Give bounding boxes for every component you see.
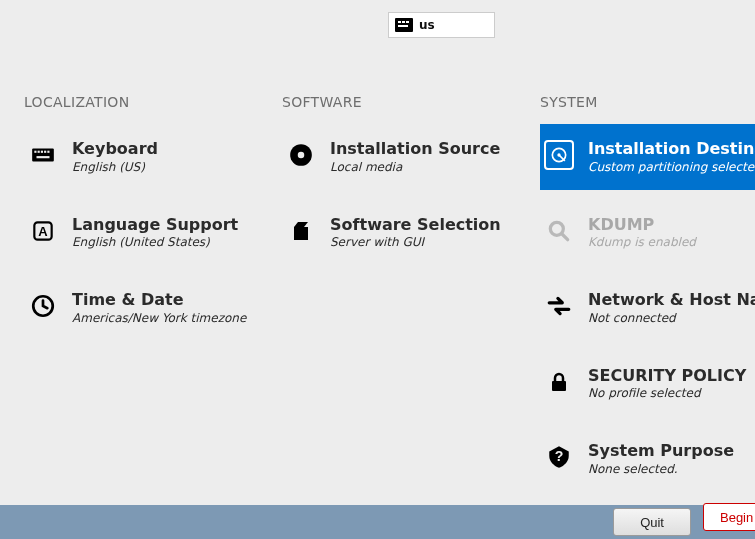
- keyboard-icon: [395, 18, 413, 32]
- svg-rect-5: [47, 151, 49, 153]
- svg-rect-1: [34, 151, 36, 153]
- category-software: SOFTWARE Installation Source Local media…: [282, 94, 520, 512]
- spoke-title: SECURITY POLICY: [588, 367, 746, 385]
- spoke-timedate[interactable]: Time & Date Americas/New York timezone: [24, 285, 262, 331]
- spoke-status: Local media: [330, 160, 500, 174]
- spoke-network[interactable]: Network & Host Name Not connected: [540, 285, 755, 331]
- bottom-bar: Quit Begin Installation: [0, 505, 755, 539]
- category-title-localization: LOCALIZATION: [24, 94, 262, 110]
- spoke-installation-destination[interactable]: Installation Destination Custom partitio…: [540, 124, 755, 190]
- spoke-software-selection[interactable]: Software Selection Server with GUI: [282, 210, 520, 256]
- spoke-title: Software Selection: [330, 216, 501, 234]
- question-icon: ?: [544, 442, 574, 472]
- svg-rect-3: [41, 151, 43, 153]
- spoke-status: No profile selected: [588, 386, 746, 400]
- spoke-language[interactable]: A Language Support English (United State…: [24, 210, 262, 256]
- spoke-title: Installation Destination: [588, 140, 755, 158]
- spoke-status: English (US): [72, 160, 158, 174]
- spoke-title: System Purpose: [588, 442, 734, 460]
- lock-icon: [544, 367, 574, 397]
- spoke-status: Kdump is enabled: [588, 235, 696, 249]
- category-localization: LOCALIZATION Keyboard English (US) A Lan…: [24, 94, 262, 512]
- spoke-status: Custom partitioning selected: [588, 160, 755, 174]
- svg-point-11: [298, 152, 305, 159]
- spoke-title: Network & Host Name: [588, 291, 755, 309]
- summary-hub: LOCALIZATION Keyboard English (US) A Lan…: [0, 38, 755, 512]
- svg-text:?: ?: [555, 449, 564, 465]
- svg-text:A: A: [38, 224, 48, 239]
- search-icon: [544, 216, 574, 246]
- svg-rect-15: [552, 381, 566, 391]
- spoke-status: None selected.: [588, 462, 734, 476]
- spoke-title: Keyboard: [72, 140, 158, 158]
- spoke-kdump[interactable]: KDUMP Kdump is enabled: [540, 210, 755, 256]
- spoke-title: Time & Date: [72, 291, 246, 309]
- spoke-title: Installation Source: [330, 140, 500, 158]
- spoke-keyboard[interactable]: Keyboard English (US): [24, 134, 262, 180]
- disc-icon: [286, 140, 316, 170]
- keyboard-icon: [28, 140, 58, 170]
- main-pane: us Help! LOCALIZATION Keyboard English (…: [0, 0, 755, 539]
- language-icon: A: [28, 216, 58, 246]
- spoke-security-policy[interactable]: SECURITY POLICY No profile selected: [540, 361, 755, 407]
- svg-rect-2: [38, 151, 40, 153]
- spoke-status: Not connected: [588, 311, 755, 325]
- spoke-status: English (United States): [72, 235, 238, 249]
- spoke-status: Server with GUI: [330, 235, 501, 249]
- begin-installation-button[interactable]: Begin Installation: [703, 503, 755, 531]
- harddisk-icon: [544, 140, 574, 170]
- spoke-title: Language Support: [72, 216, 238, 234]
- keyboard-layout-label: us: [419, 18, 435, 32]
- keyboard-layout-indicator[interactable]: us: [388, 12, 495, 38]
- spoke-system-purpose[interactable]: ? System Purpose None selected.: [540, 436, 755, 482]
- spoke-status: Americas/New York timezone: [72, 311, 246, 325]
- category-system: SYSTEM Installation Destination Custom p…: [540, 94, 755, 512]
- spoke-title: KDUMP: [588, 216, 696, 234]
- svg-rect-6: [37, 156, 50, 158]
- category-title-software: SOFTWARE: [282, 94, 520, 110]
- category-title-system: SYSTEM: [540, 94, 755, 110]
- svg-rect-0: [32, 149, 54, 162]
- package-icon: [286, 216, 316, 246]
- network-icon: [544, 291, 574, 321]
- clock-icon: [28, 291, 58, 321]
- spoke-installation-source[interactable]: Installation Source Local media: [282, 134, 520, 180]
- quit-button[interactable]: Quit: [613, 508, 691, 536]
- svg-rect-4: [44, 151, 46, 153]
- top-bar: us Help!: [0, 0, 755, 38]
